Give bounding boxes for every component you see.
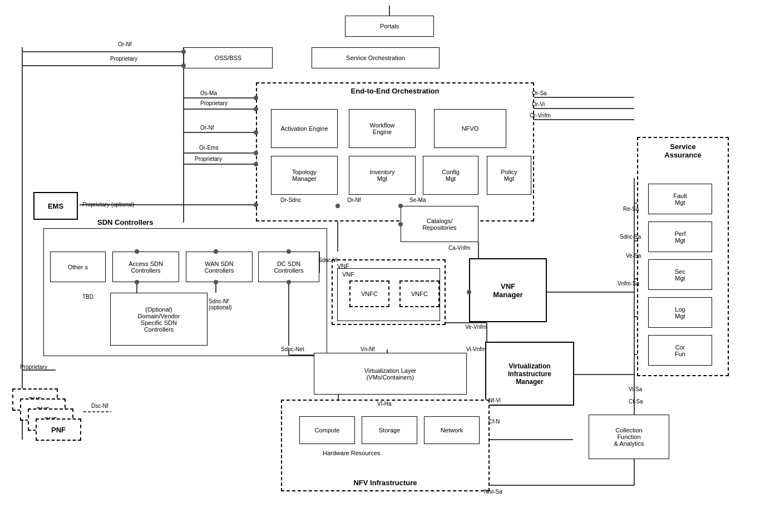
dc-sdn-label: DC SDNControllers [274, 260, 303, 274]
or-sdnc-label: Or-Sdnc [280, 197, 301, 203]
or-nf-label-3: Or-Nf [347, 197, 361, 203]
policy-mgt-box: PolicyMgt [487, 156, 531, 195]
collection-func-label: CollectionFunction& Analytics [614, 427, 644, 447]
wan-sdn-box: WAN SDNControllers [186, 252, 253, 282]
portals-label: Portals [380, 23, 399, 29]
cor-fun-box: CorFun [648, 335, 712, 366]
vnfm-sa-label: Vnfm-Sa [618, 280, 639, 287]
se-ma-label: Se-Ma [409, 197, 426, 203]
vnfc1-box: VNFC [349, 280, 389, 307]
dot-wan-sdn-top [214, 249, 218, 254]
vnfc2-label: VNFC [411, 290, 428, 297]
ems-box: EMS [33, 192, 78, 220]
vnf-manager-label: VNFManager [493, 282, 522, 299]
inventory-mgt-label: InventoryMgt [369, 169, 394, 182]
cor-fun-label: CorFun [675, 344, 685, 357]
nfv-infra-box: NFV Infrastructure [281, 400, 490, 491]
perf-mgt-box: PerfMgt [648, 221, 712, 252]
inventory-mgt-box: InventoryMgt [349, 156, 416, 195]
dot-se-ma [398, 204, 403, 208]
dot-proprietary-2 [254, 107, 258, 111]
dot-proprietary-1 [181, 63, 186, 68]
workflow-engine-label: WorkflowEngine [369, 122, 394, 135]
vn-nf-label: Vn-Nf [361, 346, 375, 352]
dot-dc-sdn-top [287, 249, 291, 254]
dot-catalogs-left [398, 222, 403, 226]
ems-label: EMS [48, 202, 63, 210]
dot-or-nf-2 [254, 130, 258, 135]
perf-mgt-label: PerfMgt [674, 230, 685, 244]
vnf-manager-box: VNFManager [469, 258, 547, 322]
vim-label: VirtualizationInfrastructureManager [508, 362, 551, 386]
tbd-label: TBD [82, 294, 93, 300]
dot-wan-sdn-bot [214, 280, 218, 284]
service-orchestration-label: Service Orchestration [346, 55, 405, 61]
activation-engine-label: Activation Engine [281, 125, 328, 132]
policy-mgt-label: PolicyMgt [501, 169, 517, 182]
or-vnfm-label: Or-Vnfm [530, 112, 551, 119]
nfv-architecture-diagram: Portals OSS/BSS Service Orchestration En… [0, 0, 780, 532]
access-sdn-label: Access SDNControllers [129, 260, 163, 274]
service-orchestration-box: Service Orchestration [312, 47, 440, 68]
vim-box: VirtualizationInfrastructureManager [485, 342, 574, 406]
catalogs-box: Catalogs/Repositories [401, 206, 478, 242]
dot-vnf-manager-left [467, 290, 471, 294]
sdnc-sa-label: Sdnc-Sa [620, 234, 641, 240]
activation-engine-box: Activation Engine [271, 109, 338, 148]
sdnc-net-label: Sdnc-Net [281, 346, 304, 352]
vi-sa-label: Vi-Sa [629, 386, 642, 392]
dot-dc-sdn-bot [287, 280, 291, 284]
topology-manager-label: TopologyManager [292, 169, 317, 182]
dot-os-ma [254, 96, 258, 100]
dsc-nf-label: Dsc-Nf [91, 403, 108, 409]
network-label: Network [441, 427, 463, 434]
optional-domain-label: (Optional)Domain/VendorSpecific SDNContr… [138, 306, 180, 333]
network-box: Network [424, 416, 480, 444]
oss-bss-label: OSS/BSS [215, 55, 241, 61]
dot-or-nf-1 [181, 50, 186, 54]
wan-sdn-label: WAN SDNControllers [204, 260, 234, 274]
fault-mgt-box: FaultMgt [648, 184, 712, 214]
fault-mgt-label: FaultMgt [673, 193, 687, 206]
sec-mgt-label: SecMgt [675, 268, 685, 282]
nfvi-sa-label: Nfvi-Sa [484, 489, 502, 495]
nf-vi-label: Nf-Vi [488, 397, 501, 403]
or-ems-label: Or-Ems [199, 145, 218, 151]
virt-layer-box: Virtualization Layer(VMs/Containers) [314, 353, 467, 395]
workflow-engine-box: WorkflowEngine [349, 109, 416, 148]
vnfc1-label: VNFC [361, 290, 378, 297]
virt-layer-label: Virtualization Layer(VMs/Containers) [364, 367, 416, 381]
dot-access-sdn-bot [135, 280, 139, 284]
proprietary-label-3: Proprietary [195, 156, 222, 162]
service-assurance-label: ServiceAssurance [664, 142, 701, 159]
hw-resources-label: Hardware Resources [323, 450, 380, 456]
optional-domain-box: (Optional)Domain/VendorSpecific SDNContr… [110, 293, 208, 346]
nfvo-box: NFVO [434, 109, 506, 148]
proprietary-optional-label: Proprietary (optional) [82, 201, 134, 208]
config-mgt-label: ConfigMgt [442, 169, 460, 182]
ca-vnfm-label: Ca-Vnfm [448, 245, 470, 251]
storage-box: Storage [362, 416, 417, 444]
proprietary-label-2: Proprietary [200, 100, 228, 106]
other-s-label: Other s [68, 264, 88, 270]
sec-mgt-box: SecMgt [648, 259, 712, 290]
or-vi-label: Or-Vi [532, 101, 545, 107]
proprietary-label-1: Proprietary [110, 56, 137, 62]
e2e-label: End-to-End Orchestration [351, 87, 440, 95]
ve-sa-label: Ve-Sa [626, 253, 641, 259]
dc-sdn-box: DC SDNControllers [258, 252, 319, 282]
pnf4-label: PNF [51, 426, 66, 434]
compute-box: Compute [299, 416, 355, 444]
vi-ha-label: VI-Ha [377, 401, 392, 407]
or-sa-label: Or-Sa [532, 90, 547, 96]
ve-vnfm-label: Ve-Vnfm [465, 324, 486, 330]
dot-or-nf-3 [335, 204, 340, 208]
or-nf-label-1: Or-Nf [118, 41, 131, 47]
os-ma-label: Os-Ma [200, 90, 217, 96]
re-sa-label: Re-Sa [623, 206, 639, 212]
sdnc-nf-label: Sdnc-Nf(optional) [209, 298, 232, 311]
proprietary-left-bottom: Proprietary [20, 364, 47, 370]
access-sdn-box: Access SDNControllers [112, 252, 179, 282]
oss-bss-box: OSS/BSS [184, 47, 273, 68]
cf-n-label: Cf-N [488, 418, 500, 425]
